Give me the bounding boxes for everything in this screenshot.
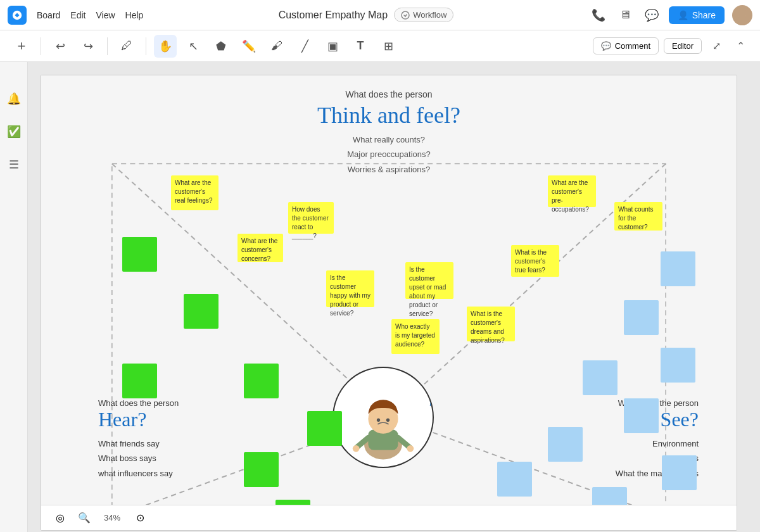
table-tool-button[interactable]: ⊞ xyxy=(377,35,400,58)
format-painter-button[interactable]: 🖊 xyxy=(115,35,138,58)
separator-3 xyxy=(146,37,146,55)
sticky-note-7[interactable]: What is the customer's dreams and aspira… xyxy=(467,307,515,341)
line-tool-button[interactable]: ╱ xyxy=(293,35,316,58)
sticky-note-4[interactable]: Is the customer happy with my product or… xyxy=(326,270,374,307)
canvas-area: 🔔 ✅ ☰ xyxy=(0,62,760,532)
collapse-button[interactable]: ⌃ xyxy=(731,37,750,56)
redo-button[interactable]: ↪ xyxy=(77,35,99,58)
sticky-note-1[interactable]: What are the customer's real feelings? xyxy=(171,175,218,210)
comment-label: Comment xyxy=(615,41,650,51)
share-icon: 👤 xyxy=(678,10,688,20)
think-feel-header-text: What does the person xyxy=(317,89,460,99)
blue-note-6[interactable] xyxy=(548,427,583,462)
hear-title: Hear? xyxy=(98,408,179,431)
sticky-note-2[interactable]: How does the customer react to ______? xyxy=(288,202,334,234)
board-title: Customer Empathy Map xyxy=(279,10,388,21)
shape-tool-button[interactable]: ▣ xyxy=(321,35,344,58)
svg-point-2 xyxy=(738,8,747,17)
menu-edit[interactable]: Edit xyxy=(70,10,86,20)
sticky-note-8[interactable]: What are the customer's pre-occupations? xyxy=(548,175,596,207)
think-feel-section: What does the person Think and feel? Wha… xyxy=(317,89,460,177)
blue-note-3[interactable] xyxy=(661,348,695,383)
hear-section: What does the person Hear? What friends … xyxy=(98,398,179,481)
sticky-note-6[interactable]: Who exactly is my targeted audience? xyxy=(391,319,440,354)
svg-point-15 xyxy=(407,445,414,452)
toolbar: + ↩ ↪ 🖊 ✋ ↖ ⬟ ✏️ 🖌 ╱ ▣ T ⊞ 💬 Comment Edi… xyxy=(0,30,760,62)
pen-tool-button[interactable]: ✏️ xyxy=(238,35,260,58)
app-logo[interactable] xyxy=(8,6,27,25)
blue-note-8[interactable] xyxy=(662,455,697,490)
think-feel-sub: What really counts? Major preoccupations… xyxy=(317,132,460,177)
svg-point-1 xyxy=(402,11,409,19)
phone-icon[interactable]: 📞 xyxy=(589,6,608,25)
share-button[interactable]: 👤 Share xyxy=(669,6,725,24)
center-circle: Add a picture and name for your person h… xyxy=(332,367,434,468)
svg-point-3 xyxy=(735,16,750,25)
zoom-in-button[interactable]: 🔍 xyxy=(75,509,93,527)
canvas-inner: What does the person Think and feel? Wha… xyxy=(41,75,737,531)
left-sidebar: 🔔 ✅ ☰ xyxy=(0,62,28,532)
green-note-4[interactable] xyxy=(244,364,279,398)
workflow-button[interactable]: Workflow xyxy=(394,8,453,22)
select-tool-button[interactable]: ↖ xyxy=(182,35,205,58)
undo-button[interactable]: ↩ xyxy=(49,35,72,58)
sticky-note-9[interactable]: What counts for the customer? xyxy=(614,202,662,231)
empathy-map: What does the person Think and feel? Wha… xyxy=(41,75,737,530)
green-note-5[interactable] xyxy=(307,411,342,446)
green-note-6[interactable] xyxy=(244,452,279,487)
zoom-slider[interactable]: ⊙ xyxy=(131,509,149,527)
svg-point-17 xyxy=(386,419,390,422)
fullscreen-button[interactable]: ⤢ xyxy=(707,37,726,56)
sticky-note-3[interactable]: What are the customer's concerns? xyxy=(238,234,283,262)
checkmark-icon[interactable]: ✅ xyxy=(3,120,25,143)
list-icon[interactable]: ☰ xyxy=(3,153,25,176)
comment-icon: 💬 xyxy=(601,41,611,51)
comment-button[interactable]: 💬 Comment xyxy=(593,37,659,54)
menu-items: Board Edit View Help xyxy=(37,10,143,20)
blue-note-2[interactable] xyxy=(624,300,659,335)
zoom-location-button[interactable]: ◎ xyxy=(51,509,69,527)
blue-note-7[interactable] xyxy=(497,462,532,497)
add-button[interactable]: + xyxy=(10,35,33,58)
green-note-2[interactable] xyxy=(184,294,218,329)
marker-tool-button[interactable]: 🖌 xyxy=(265,35,288,58)
zoom-level: 34% xyxy=(99,513,125,522)
menu-board[interactable]: Board xyxy=(37,10,60,20)
blue-note-5[interactable] xyxy=(624,398,659,433)
sticky-note-10[interactable]: What is the customer's true fears? xyxy=(511,245,559,277)
blue-note-4[interactable] xyxy=(583,360,618,395)
title-area: Customer Empathy Map Workflow xyxy=(153,8,578,22)
hear-sub: What friends say What boss says what inf… xyxy=(98,436,179,481)
toolbar-right: 💬 Comment Editor ⤢ ⌃ xyxy=(593,37,750,56)
menu-help[interactable]: Help xyxy=(125,10,144,20)
bottom-bar: ◎ 🔍 34% ⊙ xyxy=(41,505,737,530)
hear-header: What does the person xyxy=(98,398,179,408)
menu-view[interactable]: View xyxy=(96,10,115,20)
eraser-tool-button[interactable]: ⬟ xyxy=(210,35,232,58)
sticky-note-5[interactable]: Is the customer upset or mad about my pr… xyxy=(405,262,453,299)
text-tool-button[interactable]: T xyxy=(349,35,372,58)
chat-icon[interactable]: 💬 xyxy=(642,6,661,25)
separator-2 xyxy=(107,37,108,55)
canvas[interactable]: What does the person Think and feel? Wha… xyxy=(28,62,760,532)
hand-tool-button[interactable]: ✋ xyxy=(154,35,177,58)
menu-bar: Board Edit View Help Customer Empathy Ma… xyxy=(0,0,760,30)
separator-1 xyxy=(41,37,41,55)
svg-point-14 xyxy=(353,445,360,452)
monitor-icon[interactable]: 🖥 xyxy=(616,6,635,25)
green-note-1[interactable] xyxy=(122,237,157,272)
svg-point-16 xyxy=(377,419,380,422)
green-note-3[interactable] xyxy=(122,364,157,398)
notification-icon[interactable]: 🔔 xyxy=(3,87,25,110)
editor-button[interactable]: Editor xyxy=(664,38,702,54)
user-avatar[interactable] xyxy=(732,5,752,25)
right-actions: 📞 🖥 💬 👤 Share xyxy=(589,5,752,25)
blue-note-1[interactable] xyxy=(661,251,695,286)
think-feel-title: Think and feel? xyxy=(317,102,460,129)
